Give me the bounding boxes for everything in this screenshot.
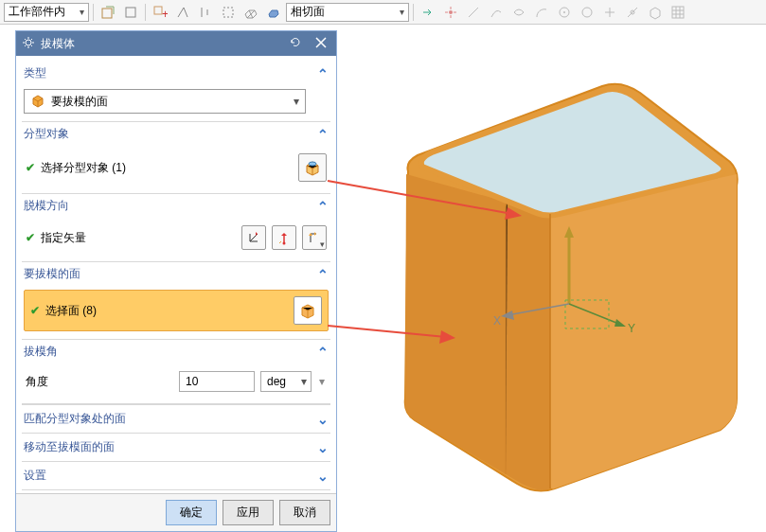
draft-body-panel: 拔模体 类型⌃ 要拔模的面 分型对象⌃ ✔ 选择分型对: [15, 30, 337, 532]
angle-label: 角度: [26, 374, 82, 390]
expand-icon[interactable]: ▾: [317, 375, 327, 388]
svg-rect-4: [223, 8, 233, 17]
top-toolbar: 工作部件内 + 相切面: [0, 0, 766, 25]
panel-title: 拔模体: [41, 36, 279, 52]
face-icon: [30, 93, 45, 111]
section-type-header[interactable]: 类型⌃: [22, 62, 330, 85]
tb-icon-grid[interactable]: [668, 2, 688, 23]
tb-icon-circle[interactable]: [554, 2, 575, 23]
section-match-collapsed[interactable]: 匹配分型对象处的面⌄: [22, 404, 330, 433]
vector-label: 指定矢量: [41, 230, 236, 246]
tb-icon-6[interactable]: [218, 2, 239, 23]
tb-icon-line[interactable]: [463, 2, 484, 23]
section-direction-header[interactable]: 脱模方向⌃: [22, 194, 330, 218]
svg-point-5: [449, 10, 453, 14]
close-icon[interactable]: [312, 37, 330, 51]
chevron-down-icon: ⌄: [317, 440, 329, 455]
cancel-button[interactable]: 取消: [279, 500, 330, 525]
svg-text:X: X: [493, 314, 501, 328]
chevron-up-icon: ⌃: [317, 127, 329, 142]
svg-rect-2: [154, 7, 162, 14]
tb-icon-arc[interactable]: [531, 2, 552, 23]
faces-pick-button[interactable]: [294, 296, 322, 325]
tb-icon-curve[interactable]: [486, 2, 507, 23]
tb-icon-add[interactable]: +: [150, 2, 170, 23]
refresh-icon[interactable]: [285, 36, 306, 52]
gear-icon: [22, 36, 35, 52]
vector-dropdown-button[interactable]: ▾: [302, 225, 327, 250]
tb-icon-5[interactable]: [195, 2, 216, 23]
tb-icon-arrow[interactable]: [418, 2, 438, 23]
tb-icon-1[interactable]: [98, 2, 118, 23]
ok-button[interactable]: 确定: [166, 500, 217, 525]
parting-select-label: 选择分型对象 (1): [41, 160, 293, 176]
tb-icon-plus[interactable]: [599, 2, 620, 23]
section-faces-header[interactable]: 要拔模的面⌃: [22, 262, 330, 286]
angle-unit-select[interactable]: deg: [260, 371, 312, 392]
chevron-up-icon: ⌃: [317, 345, 329, 360]
svg-point-12: [309, 162, 316, 166]
chevron-up-icon: ⌃: [317, 199, 329, 214]
check-icon: ✔: [30, 304, 40, 317]
tb-icon-wireframe[interactable]: [240, 2, 261, 23]
faces-select-label: 选择面 (8): [45, 303, 288, 319]
apply-button[interactable]: 应用: [223, 500, 274, 525]
chevron-down-icon: ⌄: [317, 469, 329, 484]
section-settings-collapsed[interactable]: 设置⌄: [22, 461, 330, 489]
chevron-up-icon: ⌃: [317, 66, 329, 81]
parting-pick-button[interactable]: [298, 153, 327, 182]
section-angle-header[interactable]: 拔模角⌃: [22, 340, 330, 364]
svg-text:+: +: [162, 8, 168, 20]
svg-rect-1: [126, 8, 135, 17]
check-icon: ✔: [26, 161, 35, 174]
section-move-collapsed[interactable]: 移动至拔模面的面⌄: [22, 433, 330, 461]
tb-icon-2[interactable]: [120, 2, 141, 23]
svg-point-13: [283, 242, 286, 245]
viewport-3d[interactable]: 下 载 / 网 system.com Y: [337, 25, 766, 532]
angle-input[interactable]: [179, 371, 255, 392]
reverse-vector-button[interactable]: [241, 225, 266, 250]
tb-icon-4[interactable]: [172, 2, 193, 23]
tb-icon-circle2[interactable]: [577, 2, 597, 23]
panel-footer: 确定 应用 取消: [16, 493, 336, 531]
svg-text:Y: Y: [628, 322, 635, 335]
svg-point-11: [26, 40, 31, 45]
filter-dropdown[interactable]: 相切面: [286, 3, 409, 22]
chevron-up-icon: ⌃: [317, 267, 329, 282]
svg-point-8: [582, 8, 592, 17]
tb-icon-snap[interactable]: [440, 2, 461, 23]
check-icon: ✔: [26, 231, 35, 244]
section-parting-header[interactable]: 分型对象⌃: [22, 122, 330, 146]
type-select[interactable]: 要拔模的面: [24, 89, 306, 114]
svg-point-7: [563, 11, 565, 13]
model-box: Y X: [337, 25, 754, 517]
tb-icon-mid[interactable]: [622, 2, 643, 23]
type-value: 要拔模的面: [51, 94, 108, 110]
panel-header[interactable]: 拔模体: [16, 31, 336, 56]
workpart-dropdown[interactable]: 工作部件内: [4, 3, 89, 22]
tb-icon-curve2[interactable]: [508, 2, 529, 23]
vector-axis-button[interactable]: [272, 225, 296, 250]
chevron-down-icon: ⌄: [317, 412, 329, 427]
tb-icon-shaded[interactable]: [263, 2, 284, 23]
svg-rect-10: [672, 7, 684, 18]
svg-rect-0: [102, 9, 112, 18]
tb-icon-face[interactable]: [645, 2, 666, 23]
